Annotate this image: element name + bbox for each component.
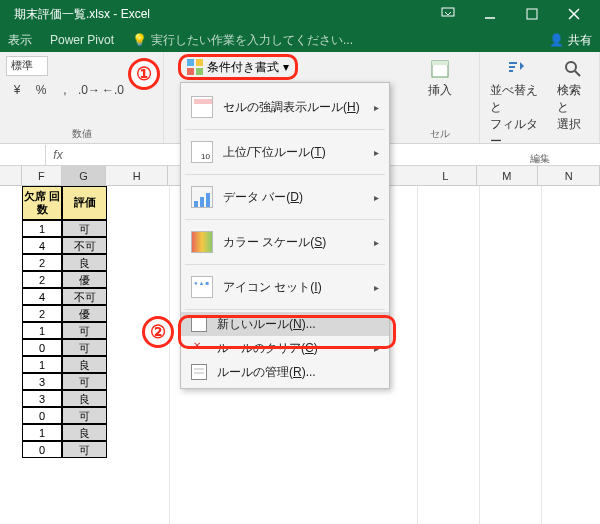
cell-f[interactable]: 0: [22, 407, 62, 424]
submenu-arrow-icon: ▸: [374, 147, 379, 158]
insert-button[interactable]: 挿入: [406, 56, 473, 101]
cell-g[interactable]: 良: [62, 424, 107, 441]
maximize-icon[interactable]: [512, 0, 552, 28]
submenu-arrow-icon: ▸: [374, 102, 379, 113]
menu-highlight-label: セルの強調表示ルール: [223, 100, 343, 114]
svg-rect-2: [527, 9, 537, 19]
cell-g[interactable]: 良: [62, 254, 107, 271]
icon-sets-icon: [191, 276, 213, 298]
cell-g[interactable]: 優: [62, 271, 107, 288]
table-row: 3可: [22, 373, 107, 390]
title-bar: 期末評価一覧.xlsx - Excel: [0, 0, 600, 28]
window-title: 期末評価一覧.xlsx - Excel: [6, 6, 428, 23]
currency-button[interactable]: ¥: [6, 80, 28, 100]
tab-powerpivot[interactable]: Power Pivot: [50, 33, 114, 47]
lightbulb-icon: 💡: [132, 33, 147, 47]
menu-top-bottom-rules[interactable]: 上位/下位ルール(T) ▸: [181, 132, 389, 172]
share-button[interactable]: 👤 共有: [549, 32, 592, 49]
cell-f[interactable]: 4: [22, 288, 62, 305]
cell-f[interactable]: 2: [22, 271, 62, 288]
cell-g[interactable]: 可: [62, 322, 107, 339]
menu-data-bars[interactable]: データ バー(D) ▸: [181, 177, 389, 217]
cell-g[interactable]: 可: [62, 407, 107, 424]
col-header-n[interactable]: N: [538, 166, 600, 185]
menu-clear-rules[interactable]: ルールのクリア(C) ▸: [181, 336, 389, 360]
submenu-arrow-icon: ▸: [374, 282, 379, 293]
cell-g[interactable]: 良: [62, 390, 107, 407]
cell-f[interactable]: 1: [22, 220, 62, 237]
cell-f[interactable]: 0: [22, 339, 62, 356]
sort-filter-button[interactable]: 並べ替えと フィルター: [486, 56, 547, 152]
cell-f[interactable]: 1: [22, 424, 62, 441]
cell-g[interactable]: 可: [62, 373, 107, 390]
name-box[interactable]: [0, 145, 46, 165]
manage-rules-icon: [191, 364, 207, 380]
header-g: 評価: [62, 186, 107, 220]
increase-decimal-button[interactable]: .0→: [78, 80, 100, 100]
cell-g[interactable]: 可: [62, 339, 107, 356]
cell-f[interactable]: 3: [22, 390, 62, 407]
col-header-h[interactable]: H: [106, 166, 168, 185]
menu-highlight-rules[interactable]: セルの強調表示ルール(H) ▸: [181, 87, 389, 127]
top-bottom-icon: [191, 141, 213, 163]
color-scales-icon: [191, 231, 213, 253]
cell-g[interactable]: 可: [62, 220, 107, 237]
cell-f[interactable]: 1: [22, 356, 62, 373]
cell-f[interactable]: 2: [22, 305, 62, 322]
cell-g[interactable]: 良: [62, 356, 107, 373]
decrease-decimal-button[interactable]: ←.0: [102, 80, 124, 100]
menu-color-scales[interactable]: カラー スケール(S) ▸: [181, 222, 389, 262]
highlight-rules-icon: [191, 96, 213, 118]
svg-line-8: [575, 71, 580, 76]
comma-button[interactable]: ,: [54, 80, 76, 100]
annotation-1: ①: [128, 58, 160, 90]
select-all-corner[interactable]: [0, 166, 22, 185]
chevron-down-icon: ▾: [283, 60, 289, 74]
group-label-number: 数値: [6, 127, 157, 141]
col-header-l[interactable]: L: [415, 166, 477, 185]
find-select-label: 検索と 選択: [557, 82, 589, 133]
cell-g[interactable]: 不可: [62, 237, 107, 254]
tab-view[interactable]: 表示: [8, 32, 32, 49]
number-format-select[interactable]: 標準: [6, 56, 48, 76]
cell-f[interactable]: 1: [22, 322, 62, 339]
cell-g[interactable]: 不可: [62, 288, 107, 305]
sort-filter-label: 並べ替えと フィルター: [490, 82, 543, 150]
minimize-icon[interactable]: [470, 0, 510, 28]
percent-button[interactable]: %: [30, 80, 52, 100]
conditional-formatting-button[interactable]: 条件付き書式 ▾: [178, 54, 298, 80]
tell-me-placeholder: 実行したい作業を入力してください...: [151, 32, 353, 49]
col-header-m[interactable]: M: [477, 166, 539, 185]
data-bars-icon: [191, 186, 213, 208]
find-select-button[interactable]: 検索と 選択: [553, 56, 593, 152]
cell-g[interactable]: 可: [62, 441, 107, 458]
menu-manage-rules[interactable]: ルールの管理(R)...: [181, 360, 389, 384]
table-row: 1良: [22, 356, 107, 373]
cell-f[interactable]: 4: [22, 237, 62, 254]
cell-f[interactable]: 2: [22, 254, 62, 271]
col-header-f[interactable]: F: [22, 166, 62, 185]
table-row: 2優: [22, 271, 107, 288]
menu-icon-sets[interactable]: アイコン セット(I) ▸: [181, 267, 389, 307]
cell-g[interactable]: 優: [62, 305, 107, 322]
share-icon: 👤: [549, 33, 564, 47]
ribbon-tabs: 表示 Power Pivot 💡 実行したい作業を入力してください... 👤 共…: [0, 28, 600, 52]
header-row: 欠席 回数 評価: [22, 186, 107, 220]
cell-f[interactable]: 3: [22, 373, 62, 390]
col-header-g[interactable]: G: [62, 166, 107, 185]
submenu-arrow-icon: ▸: [374, 237, 379, 248]
table-row: 1可: [22, 220, 107, 237]
cells[interactable]: 欠席 回数 評価 1可4不可2良2優4不可2優1可0可1良3可3良0可1良0可: [22, 186, 107, 458]
cell-f[interactable]: 0: [22, 441, 62, 458]
ribbon-group-cells: 挿入 セル: [400, 52, 480, 143]
fx-icon[interactable]: fx: [46, 148, 70, 162]
ribbon-options-icon[interactable]: [428, 0, 468, 28]
conditional-formatting-icon: [187, 59, 203, 75]
group-label-cells: セル: [406, 127, 473, 141]
conditional-formatting-menu: セルの強調表示ルール(H) ▸ 上位/下位ルール(T) ▸ データ バー(D) …: [180, 82, 390, 389]
clear-rules-icon: [191, 340, 207, 356]
menu-new-rule[interactable]: 新しいルール(N)...: [181, 312, 389, 336]
close-icon[interactable]: [554, 0, 594, 28]
menu-iconset-label: アイコン セット: [223, 280, 310, 294]
tell-me-box[interactable]: 💡 実行したい作業を入力してください...: [132, 32, 531, 49]
